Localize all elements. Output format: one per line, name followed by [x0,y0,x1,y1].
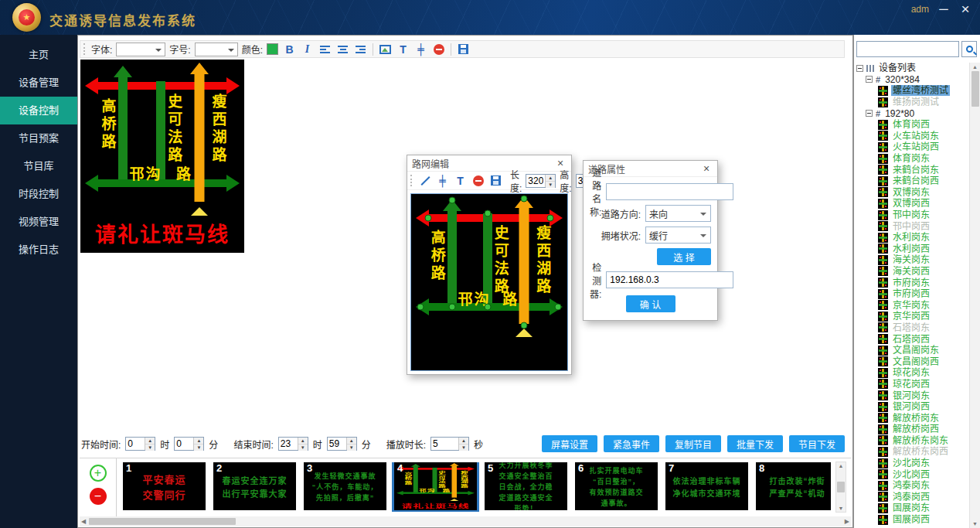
road-button[interactable]: ╪ [435,173,450,188]
tree-item[interactable]: 石塔岗东 [856,322,968,334]
sidebar-item-video-mgmt[interactable]: 视频管理 [0,208,77,236]
start-minute-field[interactable]: ▲▼ [174,437,204,451]
delete-button[interactable] [431,42,446,56]
sidebar-item-program-plan[interactable]: 节目预案 [0,124,77,152]
scroll-thumb[interactable] [971,71,979,107]
scroll-up-icon[interactable]: ▲ [972,64,978,70]
batch-send-button[interactable]: 批量下发 [727,435,783,452]
control-point[interactable] [425,214,432,221]
tree-item[interactable]: 水利岗西 [856,244,968,255]
italic-button[interactable]: I [300,42,315,56]
tree-item[interactable]: 沙北岗东 [856,458,968,469]
align-right-button[interactable] [353,42,368,56]
tree-item[interactable]: 双博岗东 [856,187,968,199]
control-point[interactable] [521,195,528,202]
collapse-icon[interactable] [856,65,863,72]
tree-group[interactable]: #320*384 [856,74,968,86]
v-scrollbar[interactable]: ▲▼ [835,462,846,513]
collapse-icon[interactable] [866,76,873,83]
image-button[interactable] [378,42,393,56]
playlist-item[interactable]: 8打击改装“炸街严查严处“机动 [756,462,831,510]
control-point[interactable] [554,303,561,310]
confirm-button[interactable]: 确 认 [626,295,675,312]
playlist-item[interactable]: 2春运安全连万家出行平安靠大家 [213,462,296,510]
tree-item[interactable]: 螺丝湾桥测试 [856,85,968,97]
tree-item[interactable]: 京华岗西 [856,311,968,322]
control-point[interactable] [448,303,455,310]
align-left-button[interactable] [318,42,332,56]
control-point[interactable] [484,210,491,217]
playlist-item[interactable]: 6扎实开展电动车“百日整治”，有效预防道路交通事故。 [575,462,658,510]
sidebar-item-time-control[interactable]: 时段控制 [0,180,77,208]
duration-field[interactable]: ▲▼ [430,437,469,451]
save-button[interactable] [488,173,503,188]
save-button[interactable] [456,42,471,56]
playlist-item[interactable]: 4高桥路史可法路瘦西湖路邗沟路请礼让斑马线 [394,462,477,510]
close-icon[interactable]: × [700,162,713,175]
spin-down-icon[interactable]: ▼ [298,445,308,451]
tree-item[interactable]: 体育岗西 [856,119,968,131]
line-button[interactable] [417,173,432,188]
control-point[interactable] [448,196,455,203]
remove-frame-button[interactable]: − [90,488,107,505]
close-button[interactable]: × [957,1,974,18]
playlist-item[interactable]: 7依法治理非标车辆净化城市交通环境 [665,462,748,510]
roadnet-edit-canvas[interactable]: 高桥路史可法路瘦西湖路邗沟路 [410,193,568,371]
playlist-item[interactable]: 3发生轻微交通事故“人不伤，车能动，先拍照，后撤离” [304,462,386,510]
detector-field[interactable] [606,271,733,288]
spin-up-icon[interactable]: ▲ [347,438,356,445]
spin-down-icon[interactable]: ▼ [145,445,155,451]
h-scrollbar[interactable]: ◀ ▶ [80,516,851,526]
control-point[interactable] [484,303,491,310]
tree-item[interactable]: 琼花岗东 [856,367,968,379]
spin-up-icon[interactable]: ▲ [298,438,308,445]
device-search-input[interactable] [856,41,959,57]
tree-item[interactable]: 水利岗东 [856,232,968,244]
road-name-field[interactable] [606,183,733,200]
tree-scrollbar[interactable]: ▲ ▼ [969,63,980,528]
scroll-down-icon[interactable]: ▼ [972,521,978,526]
sidebar-item-program-library[interactable]: 节目库 [0,152,77,180]
tree-item[interactable]: 琼花岗西 [856,379,968,390]
start-hour-field[interactable]: ▲▼ [125,437,155,451]
sidebar-item-home[interactable]: 主页 [0,41,77,69]
spin-down-icon[interactable]: ▼ [459,445,468,451]
tree-item[interactable]: 文昌阁岗东 [856,345,968,356]
scroll-thumb[interactable] [89,518,236,525]
tree-item[interactable]: 维扬岗测试 [856,97,968,108]
tree-item[interactable]: 解放桥岗西 [856,424,968,435]
tree-item[interactable]: 邗中岗东 [856,209,968,221]
tree-item[interactable]: 海关岗西 [856,266,968,278]
tree-item[interactable]: 双博岗西 [856,198,968,209]
end-hour-field[interactable]: ▲▼ [278,437,308,451]
spin-down-icon[interactable]: ▼ [194,445,203,451]
control-point[interactable] [521,322,528,329]
playlist-item[interactable]: 5大力开展秋冬季交通安全整治百日会战，全力稳定道路交通安全形势！ [485,462,567,510]
spin-up-icon[interactable]: ▲ [546,175,555,182]
search-button[interactable] [961,41,977,57]
tree-item[interactable]: 石塔岗西 [856,333,968,345]
tree-item[interactable]: 京华岗东 [856,299,968,311]
tree-item[interactable]: 市府岗西 [856,288,968,300]
align-center-button[interactable] [335,42,350,56]
tree-item[interactable]: 解放桥东岗西 [856,446,968,458]
end-minute-field[interactable]: ▲▼ [327,437,357,451]
tree-item[interactable]: 沙北岗西 [856,468,968,480]
spin-up-icon[interactable]: ▲ [459,438,468,445]
color-swatch[interactable] [267,43,278,55]
tree-item[interactable]: 市府岗东 [856,277,968,288]
spin-down-icon[interactable]: ▼ [546,182,555,188]
text-button[interactable]: T [396,42,410,56]
tree-item[interactable]: 国展岗西 [856,514,968,526]
tree-item[interactable]: 国展岗东 [856,502,968,514]
tree-item[interactable]: 解放桥岗东 [856,412,968,424]
tree-root[interactable]: 设备列表 [856,63,968,74]
tree-item[interactable]: 银河岗西 [856,401,968,413]
playlist-item[interactable]: 1平安春运交警同行 [123,462,206,510]
screen-settings-button[interactable]: 屏幕设置 [542,435,597,452]
add-frame-button[interactable]: + [90,465,107,482]
tree-item[interactable]: 海关岗东 [856,254,968,266]
tree-item[interactable]: 火车站岗东 [856,131,968,142]
scroll-down-icon[interactable]: ▼ [839,506,844,511]
sidebar-item-device-control[interactable]: 设备控制 [0,97,77,124]
